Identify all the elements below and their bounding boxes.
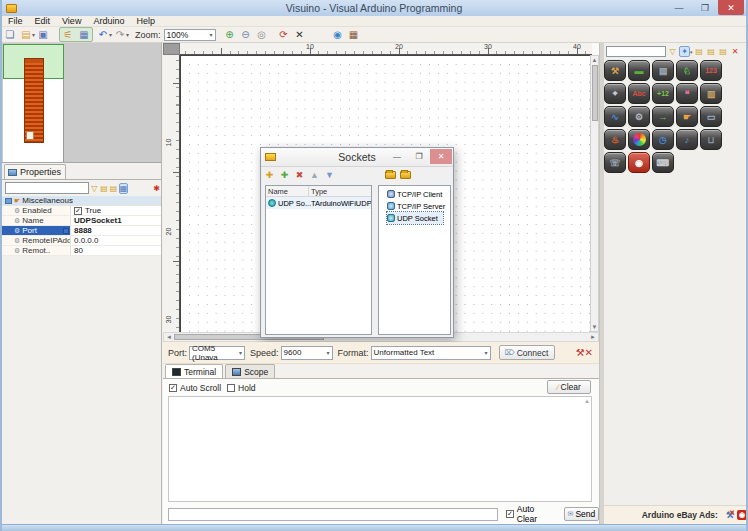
arduino-boards-icon[interactable]: ▬	[628, 60, 650, 81]
disconnect-tools-icon[interactable]: ⚒✕	[576, 347, 593, 358]
property-row-name[interactable]: ⚙NameUDPSocket1	[2, 216, 161, 226]
menu-arduino[interactable]: Arduino	[87, 16, 130, 26]
scroll-left-icon[interactable]: ◄	[166, 334, 172, 340]
speed-select[interactable]: 9600▾	[281, 346, 333, 360]
port-select[interactable]: COM5 (Unava▾	[189, 346, 245, 360]
dialog-close-icon[interactable]: ✕	[430, 149, 452, 164]
pin-icon[interactable]: ✱	[152, 183, 161, 194]
palette-expand-icon[interactable]: ▤	[706, 46, 717, 57]
ad-settings-icon[interactable]: ⚒	[726, 510, 734, 520]
dialog-maximize-icon[interactable]: ❐	[408, 149, 430, 164]
maximize-icon[interactable]: ❐	[692, 0, 718, 15]
memory-icon[interactable]: ▥	[700, 83, 722, 104]
sockets-dialog-titlebar[interactable]: Sockets — ❐ ✕	[261, 148, 453, 167]
redo-dropdown-icon[interactable]: ▾	[126, 31, 129, 38]
clear-button[interactable]: ∕ Clear	[547, 380, 591, 394]
canvas-vertical-scrollbar[interactable]: ▲ ▼	[590, 55, 599, 332]
palette-folder-new-icon[interactable]: ▤	[694, 46, 705, 57]
collapse-all-icon[interactable]: ▤	[109, 183, 118, 194]
column-type[interactable]: Type	[309, 186, 371, 196]
property-row-enabled[interactable]: ⚙Enabled✓True	[2, 206, 161, 216]
tab-properties[interactable]: Properties	[4, 164, 66, 179]
plumbing-icon[interactable]: ⊔	[700, 129, 722, 150]
zoom-out-icon[interactable]: ⊖	[239, 28, 253, 41]
tree-item-tcp-ip-server[interactable]: TCP/IP Server	[387, 200, 450, 212]
auto-scroll-checkbox-box[interactable]: ✓	[169, 384, 177, 392]
output-scroll-up-icon[interactable]: ▲	[584, 398, 590, 404]
analog-icon[interactable]: ∿	[604, 106, 626, 127]
tab-terminal[interactable]: Terminal	[165, 364, 223, 378]
move-up-icon[interactable]: ▲	[308, 169, 321, 182]
time-icon[interactable]: ◷	[652, 129, 674, 150]
zoom-select[interactable]: 100%▾	[164, 29, 216, 41]
add-socket-icon[interactable]: ✚	[263, 169, 276, 182]
build-icon[interactable]: ⟳	[277, 28, 291, 41]
delete-socket-icon[interactable]: ✖	[293, 169, 306, 182]
tree-item-tcp-ip-client[interactable]: TCP/IP Client	[387, 188, 450, 200]
scroll-right-icon[interactable]: ►	[590, 334, 596, 340]
power-icon[interactable]: ◉	[628, 152, 650, 173]
send-button[interactable]: ✉ Send	[564, 507, 599, 521]
socket-list-row[interactable]: UDP So... TArduinoWiFiUDPSocket	[266, 197, 371, 209]
auto-clear-checkbox[interactable]: ✓ Auto Clear	[506, 504, 556, 524]
palette-search-input[interactable]	[606, 46, 666, 57]
zoom-reset-icon[interactable]: ◎	[255, 28, 269, 41]
buttons-icon[interactable]: ☛	[676, 106, 698, 127]
tab-scope[interactable]: Scope	[225, 364, 275, 378]
auto-scroll-checkbox[interactable]: ✓ Auto Scroll	[169, 383, 221, 393]
categorized-view-icon[interactable]: ▦	[119, 183, 129, 194]
expand-all-icon[interactable]: ▤	[100, 183, 109, 194]
undo-icon[interactable]: ↶	[96, 28, 110, 41]
property-category[interactable]: ☛Miscellaneous	[2, 196, 161, 206]
property-row-remote-ip[interactable]: ⚙RemoteIPAdd..0.0.0.0	[2, 236, 161, 246]
robotics-icon[interactable]: ♘	[676, 60, 698, 81]
new-project-icon[interactable]: ❏	[3, 28, 17, 41]
terminal-output[interactable]: ▲	[168, 396, 592, 502]
palette-filter-icon[interactable]: ▽	[667, 46, 678, 57]
zoom-in-icon[interactable]: ⊕	[223, 28, 237, 41]
connect-button[interactable]: ⌦ Connect	[499, 345, 555, 360]
heat-icon[interactable]: ♨	[604, 129, 626, 150]
filter-icon[interactable]: ▽	[90, 183, 99, 194]
palette-collapse-icon[interactable]: ▤	[718, 46, 729, 57]
converters-icon[interactable]: →	[652, 106, 674, 127]
text-icon[interactable]: Abc	[628, 83, 650, 104]
ad-close-icon[interactable]: ◉	[737, 510, 747, 520]
open-project-icon[interactable]: ▤	[19, 28, 33, 41]
wizard-dropdown-icon[interactable]: ▾	[690, 49, 693, 55]
web-help-icon[interactable]: ◉	[331, 28, 345, 41]
reference-icon[interactable]	[63, 228, 69, 234]
package-icon[interactable]: ▦	[347, 28, 361, 41]
property-value-name[interactable]: UDPSocket1	[70, 216, 161, 225]
scroll-down-icon[interactable]: ▼	[591, 324, 598, 330]
hold-checkbox-box[interactable]	[227, 384, 235, 392]
format-select[interactable]: Unformatted Text▾	[371, 346, 491, 360]
property-value-remote-port[interactable]: 80	[70, 246, 161, 255]
vscroll-thumb[interactable]	[592, 65, 598, 121]
filter-view-icon[interactable]: ⚟	[61, 28, 75, 41]
shields-icon[interactable]: ▤	[652, 60, 674, 81]
menu-help[interactable]: Help	[130, 16, 161, 26]
property-value-port[interactable]: 8888	[70, 226, 161, 235]
communication-icon[interactable]: ❝	[676, 83, 698, 104]
expand-categories-icon[interactable]	[384, 169, 397, 182]
grid-view-icon[interactable]: ▦	[77, 28, 91, 41]
property-row-port[interactable]: ⚙Port8888	[2, 226, 161, 236]
tree-item-udp-socket[interactable]: UDP Socket	[387, 212, 443, 224]
speech-icon[interactable]: ☏	[604, 152, 626, 173]
scroll-up-icon[interactable]: ▲	[591, 57, 598, 63]
menu-edit[interactable]: Edit	[29, 16, 57, 26]
column-name[interactable]: Name	[266, 186, 309, 196]
collapse-categories-icon[interactable]	[399, 169, 412, 182]
mouse-icon[interactable]: ⌖	[604, 83, 626, 104]
terminal-send-input[interactable]	[168, 508, 498, 521]
wizard-icon[interactable]: ✦	[679, 46, 690, 57]
project-minimap[interactable]	[2, 43, 161, 163]
property-row-remote-port[interactable]: ⚙Remot..80	[2, 246, 161, 256]
tools-icon[interactable]: ⚒	[604, 60, 626, 81]
minimize-icon[interactable]: —	[666, 0, 692, 15]
audio-icon[interactable]: ♪	[676, 129, 698, 150]
palette-close-icon[interactable]: ✕	[730, 46, 741, 57]
redo-icon[interactable]: ↷	[113, 28, 127, 41]
menu-view[interactable]: View	[56, 16, 87, 26]
